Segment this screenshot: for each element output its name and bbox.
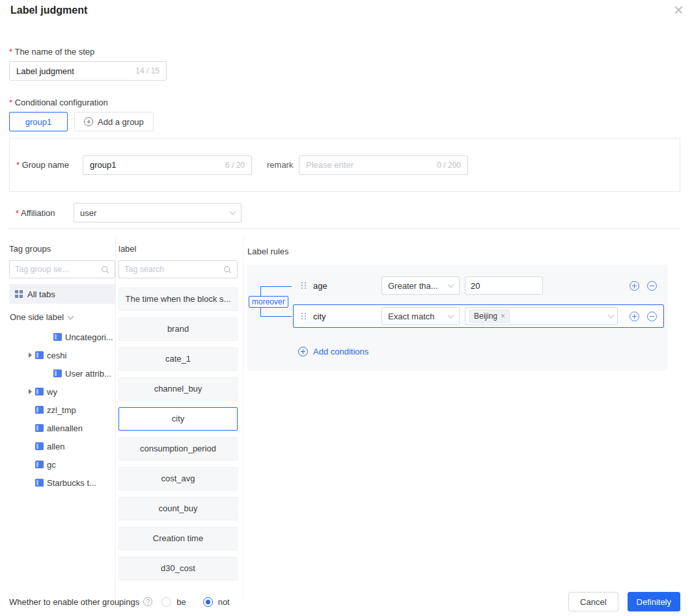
tree-item[interactable]: wy — [9, 382, 115, 401]
search-icon — [223, 265, 232, 274]
tree-item-label: Starbucks t... — [47, 478, 96, 488]
tree-item[interactable]: allen — [9, 437, 115, 455]
all-tabs-icon — [15, 290, 23, 298]
tag-chip-label: Beijing — [474, 312, 497, 321]
remark-input-box: 0 / 200 — [299, 155, 468, 175]
tree-item[interactable]: Starbucks t... — [9, 474, 115, 492]
label-list: The time when the block s... brand cate_… — [118, 288, 238, 580]
rule-value-box — [465, 276, 543, 295]
caret-right-icon[interactable] — [29, 389, 32, 394]
label-item[interactable]: The time when the block s... — [118, 288, 238, 311]
affiliation-row: Affiliation user — [9, 197, 680, 229]
label-rules-section: Label rules moreover age Greater tha... — [247, 237, 680, 371]
step-name-input[interactable] — [16, 66, 131, 76]
group-name-input[interactable] — [90, 160, 221, 170]
enable-groupings-radio-group: be not — [161, 597, 230, 607]
add-condition-icon[interactable] — [630, 312, 639, 321]
plus-circle-icon — [84, 117, 93, 126]
tree-item[interactable]: allenallen — [9, 419, 115, 437]
tree-item[interactable]: Uncategori... — [9, 328, 115, 346]
radio-option-be[interactable]: be — [161, 597, 186, 607]
drag-handle-icon[interactable] — [300, 282, 308, 289]
tree-item[interactable]: ceshi — [9, 346, 115, 364]
label-item[interactable]: count_buy — [118, 497, 238, 520]
plus-circle-icon — [298, 347, 308, 356]
cancel-button[interactable]: Cancel — [568, 592, 618, 611]
tab-group1[interactable]: group1 — [9, 112, 68, 131]
remove-tag-icon[interactable]: × — [501, 312, 505, 320]
rule-rows: age Greater tha... city — [293, 275, 664, 328]
remark-input[interactable] — [306, 160, 433, 170]
radio-icon — [203, 597, 213, 607]
label-item[interactable]: channel_buy — [118, 377, 238, 401]
all-tabs-item[interactable]: All tabs — [9, 284, 115, 304]
label-item[interactable]: brand — [118, 317, 238, 341]
remark-label: remark — [267, 160, 299, 170]
rule-row[interactable]: city Exact match Beijing × — [293, 304, 664, 328]
remove-condition-icon[interactable] — [647, 281, 657, 291]
label-item[interactable]: d30_cost — [118, 557, 238, 580]
rule-row[interactable]: age Greater tha... — [293, 275, 664, 296]
tag-group-search-input[interactable] — [15, 265, 98, 274]
rule-field-name: age — [313, 281, 376, 291]
add-conditions-label: Add conditions — [313, 347, 368, 356]
label-item[interactable]: cost_avg — [118, 467, 238, 490]
tree-item[interactable]: User attrib... — [9, 364, 115, 382]
folder-icon — [35, 388, 44, 395]
folder-icon — [35, 461, 44, 468]
enable-groupings-question: Whether to enable other groupings — [9, 597, 152, 607]
close-icon[interactable]: × — [674, 0, 684, 20]
radio-option-not[interactable]: not — [203, 597, 230, 607]
tag-group-tree: Uncategori... ceshi User attrib... wy — [9, 328, 115, 492]
operator-value: Greater tha... — [388, 281, 445, 291]
confirm-button[interactable]: Definitely — [628, 592, 680, 611]
remark-counter: 0 / 200 — [437, 161, 461, 170]
group-name-input-box: 6 / 20 — [83, 155, 252, 175]
tree-item-label: allen — [47, 442, 64, 451]
drag-handle-icon[interactable] — [300, 312, 308, 320]
affiliation-value: user — [80, 208, 227, 218]
label-item[interactable]: Creation time — [118, 527, 238, 550]
group-settings-panel: Group name 6 / 20 remark 0 / 200 — [9, 138, 680, 192]
label-item[interactable]: cate_1 — [118, 347, 238, 371]
operator-select[interactable]: Greater tha... — [381, 276, 460, 295]
radio-icon — [161, 597, 171, 607]
label-column-title: label — [118, 244, 238, 254]
folder-icon — [35, 479, 44, 487]
connector-label[interactable]: moreover — [249, 296, 288, 308]
affiliation-select[interactable]: user — [74, 203, 242, 222]
add-condition-icon[interactable] — [630, 281, 639, 291]
tag-groups-column: Tag groups All tabs One side label Unc — [9, 237, 116, 600]
tree-item[interactable]: zzl_tmp — [9, 401, 115, 419]
tree-item-label: zzl_tmp — [47, 405, 76, 415]
step-name-counter: 14 / 15 — [135, 66, 159, 75]
add-conditions-button[interactable]: Add conditions — [298, 347, 368, 356]
operator-select[interactable]: Exact match — [381, 307, 460, 325]
dialog-title: Label judgment — [10, 5, 87, 16]
add-group-button[interactable]: Add a group — [74, 112, 154, 131]
tree-item[interactable]: gc — [9, 455, 115, 474]
label-search-input[interactable] — [124, 265, 220, 274]
remove-condition-icon[interactable] — [647, 312, 657, 321]
help-icon[interactable] — [143, 597, 152, 606]
label-item[interactable]: city — [118, 407, 238, 431]
chevron-down-icon — [448, 282, 454, 288]
row-actions — [630, 281, 657, 291]
rule-value-input[interactable] — [471, 281, 537, 291]
group-name-counter: 6 / 20 — [225, 161, 245, 170]
step-name-input-box: 14 / 15 — [9, 61, 167, 81]
step-name-label: The name of the step — [9, 47, 94, 57]
tag-value-select[interactable]: Beijing × — [465, 307, 618, 325]
add-group-label: Add a group — [98, 117, 144, 127]
caret-right-icon[interactable] — [29, 353, 32, 358]
one-side-label-text: One side label — [10, 312, 64, 322]
one-side-label-toggle[interactable]: One side label — [9, 312, 115, 322]
tag-group-search-box — [9, 260, 115, 278]
group-tabs: group1 Add a group — [9, 112, 154, 131]
label-item[interactable]: consumption_period — [118, 437, 238, 461]
row-actions — [630, 312, 657, 321]
tag-groups-title: Tag groups — [9, 244, 115, 254]
tree-item-label: allenallen — [47, 423, 83, 433]
chevron-down-icon — [608, 312, 615, 319]
label-search-box — [118, 260, 238, 278]
